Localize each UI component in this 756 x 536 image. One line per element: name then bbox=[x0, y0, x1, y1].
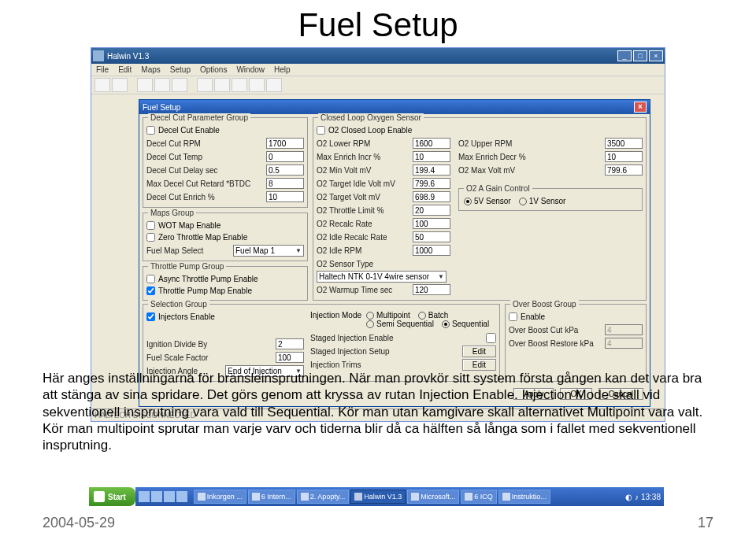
gain-1v-radio[interactable]: 1V Sensor bbox=[519, 197, 566, 205]
app-icon bbox=[465, 493, 472, 501]
injection-trims-edit-button[interactable]: Edit bbox=[462, 359, 496, 371]
start-label: Start bbox=[108, 493, 126, 501]
label: Fuel Map Select bbox=[146, 246, 233, 255]
close-button[interactable]: × bbox=[649, 50, 663, 61]
menu-help[interactable]: Help bbox=[274, 65, 291, 74]
decel-cut-group: Decel Cut Parameter Group Decel Cut Enab… bbox=[143, 117, 308, 208]
menu-file[interactable]: File bbox=[96, 65, 109, 74]
o2-idle-recalc-input[interactable] bbox=[413, 231, 450, 242]
ignition-divide-input[interactable] bbox=[276, 338, 304, 349]
group-title: O2 A Gain Control bbox=[464, 184, 532, 193]
dialog-close-icon[interactable]: × bbox=[634, 102, 647, 113]
menu-maps[interactable]: Maps bbox=[141, 65, 160, 74]
decel-cut-rpm-input[interactable] bbox=[266, 138, 304, 149]
slide-date: 2004-05-29 bbox=[43, 515, 115, 531]
decel-cut-delay-input[interactable] bbox=[266, 164, 304, 176]
staged-setup-edit-button[interactable]: Edit bbox=[462, 346, 496, 357]
o2-min-mv-input[interactable] bbox=[413, 164, 450, 176]
over-boost-enable-checkbox[interactable] bbox=[509, 312, 517, 321]
task-item[interactable]: Instruktio... bbox=[498, 490, 550, 504]
menu-setup[interactable]: Setup bbox=[170, 65, 191, 74]
async-throttle-checkbox[interactable] bbox=[146, 275, 155, 283]
tool-d-icon[interactable] bbox=[249, 78, 265, 92]
o2-warmup-input[interactable] bbox=[413, 284, 450, 295]
menu-edit[interactable]: Edit bbox=[118, 65, 132, 74]
mode-multipoint-radio[interactable]: Multipoint bbox=[366, 311, 410, 320]
radio-dot-icon bbox=[418, 312, 426, 320]
o2-max-decr-input[interactable] bbox=[605, 151, 643, 162]
decel-cut-retard-input[interactable] bbox=[266, 178, 304, 189]
task-item[interactable]: 2. Apopty... bbox=[297, 490, 349, 504]
combo-value: Fuel Map 1 bbox=[235, 246, 275, 255]
tool-open-icon[interactable] bbox=[112, 78, 128, 92]
task-item[interactable]: 6 ICQ bbox=[461, 490, 497, 504]
system-tray[interactable]: ◐ ♪ 13:38 bbox=[622, 487, 664, 506]
menu-window[interactable]: Window bbox=[236, 65, 265, 74]
fuel-scale-input[interactable] bbox=[276, 352, 304, 363]
tool-e-icon[interactable] bbox=[266, 78, 282, 92]
task-item[interactable]: Inkorgen ... bbox=[194, 490, 246, 504]
tool-c-icon[interactable] bbox=[232, 78, 247, 92]
wot-map-checkbox[interactable] bbox=[146, 221, 155, 230]
label: O2 Throttle Limit % bbox=[317, 206, 413, 215]
mode-semi-radio[interactable]: Semi Sequential bbox=[366, 320, 434, 328]
decel-cut-enable-checkbox[interactable] bbox=[146, 126, 155, 135]
chevron-down-icon: ▼ bbox=[438, 273, 444, 280]
quick-launch bbox=[135, 487, 191, 506]
app-icon bbox=[502, 493, 510, 501]
zero-throttle-checkbox[interactable] bbox=[146, 233, 155, 242]
maximize-button[interactable]: □ bbox=[633, 50, 647, 61]
slide-page: 17 bbox=[698, 515, 713, 531]
task-item-active[interactable]: Halwin V1.3 bbox=[350, 490, 406, 504]
ql-icon[interactable] bbox=[151, 491, 162, 502]
gain-5v-radio[interactable]: 5V Sensor bbox=[464, 197, 511, 205]
ql-icon[interactable] bbox=[176, 491, 187, 502]
mode-sequential-radio[interactable]: Sequential bbox=[442, 320, 489, 328]
label: O2 Max Volt mV bbox=[458, 166, 605, 175]
start-button[interactable]: Start bbox=[89, 487, 135, 506]
decel-cut-enrich-input[interactable] bbox=[266, 191, 304, 202]
ql-icon[interactable] bbox=[164, 491, 175, 502]
tool-copy-icon[interactable] bbox=[154, 78, 170, 92]
o2-upper-rpm-input[interactable] bbox=[605, 138, 643, 149]
task-label: Instruktio... bbox=[512, 493, 547, 501]
o2-sensor-type-select[interactable]: Haltech NTK 0-1V 4wire sensor▼ bbox=[317, 271, 447, 283]
windows-icon bbox=[94, 491, 105, 502]
label: O2 Recalc Rate bbox=[317, 220, 413, 228]
tray-icon[interactable]: ♪ bbox=[635, 493, 639, 501]
injectors-enable-checkbox[interactable] bbox=[146, 312, 155, 321]
staged-injection-checkbox[interactable] bbox=[486, 333, 496, 343]
mode-batch-radio[interactable]: Batch bbox=[418, 311, 449, 320]
throttle-pump-map-checkbox[interactable] bbox=[146, 286, 155, 295]
o2-thr-lim-input[interactable] bbox=[413, 205, 450, 216]
o2-lower-rpm-input[interactable] bbox=[413, 138, 450, 149]
o2-closed-loop-checkbox[interactable] bbox=[317, 126, 325, 135]
tool-cut-icon[interactable] bbox=[137, 78, 153, 92]
app-title: Halwin V1.3 bbox=[107, 52, 149, 61]
o2-idle-mv-input[interactable] bbox=[413, 178, 450, 189]
minimize-button[interactable]: _ bbox=[617, 50, 632, 61]
task-item[interactable]: 6 Intern... bbox=[248, 490, 295, 504]
tray-icon[interactable]: ◐ bbox=[625, 493, 632, 501]
task-label: 2. Apopty... bbox=[310, 493, 345, 501]
label: Decel Cut RPM bbox=[146, 139, 266, 148]
o2-max-incr-input[interactable] bbox=[413, 151, 450, 162]
o2-tgt-mv-input[interactable] bbox=[413, 191, 450, 202]
o2-idle-rpm-input[interactable] bbox=[413, 245, 450, 256]
label: Decel Cut Temp bbox=[146, 153, 266, 161]
task-item[interactable]: Microsoft... bbox=[407, 490, 459, 504]
label: Decel Cut Enable bbox=[158, 126, 220, 135]
tool-b-icon[interactable] bbox=[214, 78, 230, 92]
o2-recalc-input[interactable] bbox=[413, 218, 450, 229]
label: Max Enrich Decr % bbox=[458, 153, 605, 161]
fuel-map-select[interactable]: Fuel Map 1▼ bbox=[233, 245, 304, 257]
ql-icon[interactable] bbox=[139, 491, 150, 502]
decel-cut-temp-input[interactable] bbox=[266, 151, 304, 162]
tool-new-icon[interactable] bbox=[94, 78, 110, 92]
tool-a-icon[interactable] bbox=[197, 78, 213, 92]
tool-paste-icon[interactable] bbox=[172, 78, 187, 92]
task-label: Inkorgen ... bbox=[207, 493, 243, 501]
menu-options[interactable]: Options bbox=[200, 65, 227, 74]
o2-max-mv-input[interactable] bbox=[605, 164, 643, 176]
dialog-titlebar: Fuel Setup × bbox=[139, 100, 650, 114]
